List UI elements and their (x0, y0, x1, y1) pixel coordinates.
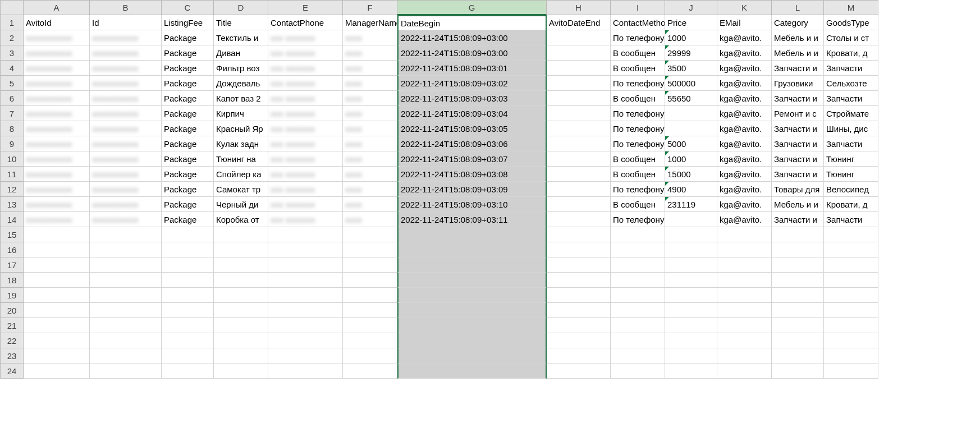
cell-K4[interactable]: kga@avito. (717, 61, 772, 76)
cell-A1[interactable]: AvitoId (24, 15, 90, 30)
cell-E2[interactable]: xxx xxxxxxx (268, 30, 343, 45)
cell-H4[interactable] (547, 61, 611, 76)
cell-D13[interactable]: Черный ди (214, 197, 268, 212)
cell-G15[interactable] (397, 227, 547, 242)
cell-L2[interactable]: Мебель и и (772, 30, 824, 45)
cell-C5[interactable]: Package (162, 76, 214, 91)
cell-E14[interactable]: xxx xxxxxxx (268, 212, 343, 227)
cell-E1[interactable]: ContactPhone (268, 15, 343, 30)
cell-M16[interactable] (824, 242, 878, 257)
cell-L6[interactable]: Запчасти и (772, 91, 824, 106)
cell-G6[interactable]: 2022-11-24T15:08:09+03:03 (397, 91, 547, 106)
cell-F4[interactable]: xxxx (343, 61, 397, 76)
cell-B5[interactable]: xxxxxxxxxxx (90, 76, 162, 91)
row-header-2[interactable]: 2 (0, 30, 24, 45)
cell-H19[interactable] (547, 288, 611, 303)
cell-D8[interactable]: Красный Яр (214, 121, 268, 136)
spreadsheet-grid[interactable]: ABCDEFGHIJKLM1AvitoIdIdListingFeeTitleCo… (0, 0, 980, 379)
cell-I8[interactable]: По телефону и в сообщ (611, 121, 665, 136)
cell-F20[interactable] (343, 303, 397, 318)
cell-M9[interactable]: Запчасти (824, 136, 878, 151)
cell-A19[interactable] (24, 288, 90, 303)
cell-C20[interactable] (162, 303, 214, 318)
cell-K22[interactable] (717, 333, 772, 348)
cell-L4[interactable]: Запчасти и (772, 61, 824, 76)
cell-E16[interactable] (268, 242, 343, 257)
cell-L12[interactable]: Товары для (772, 182, 824, 197)
cell-C18[interactable] (162, 273, 214, 288)
cell-M7[interactable]: Строймате (824, 106, 878, 121)
cell-G5[interactable]: 2022-11-24T15:08:09+03:02 (397, 76, 547, 91)
column-header-C[interactable]: C (162, 0, 214, 15)
cell-A10[interactable]: xxxxxxxxxxx (24, 151, 90, 167)
cell-I4[interactable]: В сообщен (611, 61, 665, 76)
row-header-5[interactable]: 5 (0, 76, 24, 91)
cell-C15[interactable] (162, 227, 214, 242)
cell-B19[interactable] (90, 288, 162, 303)
cell-H6[interactable] (547, 91, 611, 106)
cell-E12[interactable]: xxx xxxxxxx (268, 182, 343, 197)
cell-H20[interactable] (547, 303, 611, 318)
cell-M24[interactable] (824, 363, 878, 379)
cell-K19[interactable] (717, 288, 772, 303)
cell-J9[interactable]: 5000 (665, 136, 717, 151)
cell-C6[interactable]: Package (162, 91, 214, 106)
cell-J23[interactable] (665, 348, 717, 363)
cell-K16[interactable] (717, 242, 772, 257)
cell-M5[interactable]: Сельхозте (824, 76, 878, 91)
cell-B17[interactable] (90, 257, 162, 273)
cell-G1[interactable]: DateBegin (397, 15, 547, 30)
cell-H14[interactable] (547, 212, 611, 227)
cell-M12[interactable]: Велосипед (824, 182, 878, 197)
cell-D21[interactable] (214, 318, 268, 333)
cell-G17[interactable] (397, 257, 547, 273)
cell-K24[interactable] (717, 363, 772, 379)
cell-L20[interactable] (772, 303, 824, 318)
cell-L8[interactable]: Запчасти и (772, 121, 824, 136)
cell-I21[interactable] (611, 318, 665, 333)
cell-A3[interactable]: xxxxxxxxxxx (24, 45, 90, 61)
cell-L10[interactable]: Запчасти и (772, 151, 824, 167)
cell-I20[interactable] (611, 303, 665, 318)
cell-J16[interactable] (665, 242, 717, 257)
cell-J14[interactable] (665, 212, 717, 227)
cell-A5[interactable]: xxxxxxxxxxx (24, 76, 90, 91)
cell-A22[interactable] (24, 333, 90, 348)
cell-E3[interactable]: xxx xxxxxxx (268, 45, 343, 61)
cell-L1[interactable]: Category (772, 15, 824, 30)
cell-B18[interactable] (90, 273, 162, 288)
cell-B6[interactable]: xxxxxxxxxxx (90, 91, 162, 106)
cell-C1[interactable]: ListingFee (162, 15, 214, 30)
cell-E5[interactable]: xxx xxxxxxx (268, 76, 343, 91)
row-header-20[interactable]: 20 (0, 303, 24, 318)
cell-A14[interactable]: xxxxxxxxxxx (24, 212, 90, 227)
cell-L18[interactable] (772, 273, 824, 288)
cell-M13[interactable]: Кровати, д (824, 197, 878, 212)
cell-I12[interactable]: По телефону (611, 182, 665, 197)
cell-L16[interactable] (772, 242, 824, 257)
cell-L14[interactable]: Запчасти и (772, 212, 824, 227)
cell-G14[interactable]: 2022-11-24T15:08:09+03:11 (397, 212, 547, 227)
cell-M10[interactable]: Тюнинг (824, 151, 878, 167)
row-header-6[interactable]: 6 (0, 91, 24, 106)
row-header-22[interactable]: 22 (0, 333, 24, 348)
cell-F23[interactable] (343, 348, 397, 363)
cell-D23[interactable] (214, 348, 268, 363)
cell-C23[interactable] (162, 348, 214, 363)
cell-L11[interactable]: Запчасти и (772, 167, 824, 182)
cell-M14[interactable]: Запчасти (824, 212, 878, 227)
cell-C7[interactable]: Package (162, 106, 214, 121)
cell-M8[interactable]: Шины, дис (824, 121, 878, 136)
row-header-11[interactable]: 11 (0, 167, 24, 182)
cell-B2[interactable]: xxxxxxxxxxx (90, 30, 162, 45)
cell-D3[interactable]: Диван (214, 45, 268, 61)
cell-G4[interactable]: 2022-11-24T15:08:09+03:01 (397, 61, 547, 76)
cell-I1[interactable]: ContactMethod (611, 15, 665, 30)
cell-A15[interactable] (24, 227, 90, 242)
row-header-3[interactable]: 3 (0, 45, 24, 61)
cell-L15[interactable] (772, 227, 824, 242)
cell-I11[interactable]: В сообщен (611, 167, 665, 182)
cell-C11[interactable]: Package (162, 167, 214, 182)
cell-F14[interactable]: xxxx (343, 212, 397, 227)
cell-B13[interactable]: xxxxxxxxxxx (90, 197, 162, 212)
